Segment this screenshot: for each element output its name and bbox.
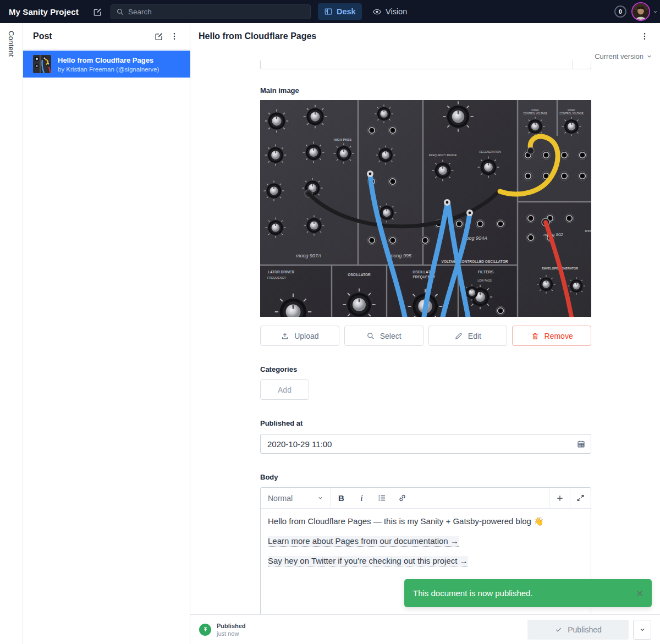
- tab-desk-label: Desk: [337, 7, 356, 16]
- body-link-documentation[interactable]: Learn more about Pages from our document…: [268, 536, 459, 547]
- toast-message: This document is now published.: [413, 588, 628, 598]
- check-icon: [554, 625, 563, 634]
- italic-label: i: [360, 493, 362, 503]
- document-header: Hello from Cloudflare Pages: [190, 23, 660, 49]
- italic-button[interactable]: i: [351, 488, 372, 508]
- image-button-row: Upload Select Edit: [260, 326, 591, 346]
- upload-icon: [280, 332, 289, 340]
- pane-title: Post: [33, 31, 151, 41]
- publish-status-title: Published: [217, 623, 246, 629]
- calendar-button[interactable]: [571, 434, 591, 453]
- publish-status-time: just now: [217, 630, 246, 637]
- compose-icon: [154, 31, 164, 41]
- avatar-chevron-icon: [653, 9, 658, 14]
- slug-generate-divider: [573, 60, 573, 69]
- plus-icon: [556, 494, 564, 503]
- close-icon: [635, 588, 645, 598]
- top-bar: My Sanity Project: [0, 0, 660, 23]
- remove-button[interactable]: Remove: [512, 326, 591, 346]
- insert-block-button[interactable]: [549, 488, 570, 508]
- eye-icon: [372, 7, 382, 16]
- published-at-label: Published at: [260, 419, 302, 427]
- body-editor: Normal B i: [260, 487, 591, 635]
- chevron-down-icon: [646, 53, 652, 59]
- toast-close-button[interactable]: [628, 579, 652, 607]
- presence-badge[interactable]: 0: [614, 5, 626, 18]
- post-item-text: Hello from Cloudflare Pages by Kristian …: [58, 56, 159, 73]
- list-item-post[interactable]: Hello from Cloudflare Pages by Kristian …: [23, 51, 190, 78]
- link-icon: [398, 493, 407, 503]
- project-title: My Sanity Project: [9, 7, 79, 16]
- tab-desk[interactable]: Desk: [318, 3, 362, 20]
- publish-button-label: Published: [568, 625, 602, 634]
- post-list-pane: Post: [23, 23, 190, 644]
- bullet-list-icon: [377, 493, 387, 503]
- calendar-icon: [576, 439, 586, 449]
- toolbar-spacer: [413, 488, 549, 508]
- sanity-studio: My Sanity Project: [0, 0, 660, 644]
- main-image-preview[interactable]: HIGH PASS FREQUENCY RANGE REGENERATION F…: [260, 100, 591, 317]
- pane-menu-button[interactable]: [167, 29, 182, 44]
- published-at-input[interactable]: [267, 439, 571, 449]
- publish-status-icon: [199, 624, 211, 636]
- select-button[interactable]: Select: [344, 326, 424, 346]
- upload-button[interactable]: Upload: [260, 326, 339, 346]
- document-pane: Hello from Cloudflare Pages Current vers…: [190, 23, 660, 644]
- compose-icon: [92, 7, 103, 17]
- tab-vision-label: Vision: [386, 7, 407, 16]
- kebab-icon: [640, 32, 649, 41]
- publish-menu-button[interactable]: [633, 620, 651, 640]
- tab-vision[interactable]: Vision: [366, 3, 413, 20]
- published-at-field: [260, 434, 591, 454]
- upload-label: Upload: [294, 332, 318, 340]
- add-label: Add: [278, 386, 292, 394]
- editor-toolbar: Normal B i: [261, 488, 591, 509]
- search-input[interactable]: [128, 8, 310, 16]
- avatar[interactable]: [631, 2, 650, 21]
- new-document-button[interactable]: [91, 4, 105, 19]
- create-post-button[interactable]: [151, 29, 167, 44]
- body-paragraph: Hello from Cloudflare Pages — this is my…: [268, 515, 584, 527]
- publish-button[interactable]: Published: [527, 620, 629, 640]
- categories-label: Categories: [260, 365, 297, 373]
- body-label: Body: [260, 473, 278, 481]
- style-select-value: Normal: [268, 494, 293, 503]
- edit-label: Edit: [468, 332, 481, 340]
- expand-editor-button[interactable]: [570, 488, 591, 508]
- chevron-down-icon: [317, 495, 323, 501]
- bullet-list-button[interactable]: [372, 488, 392, 508]
- kebab-icon: [170, 32, 179, 41]
- post-item-title: Hello from Cloudflare Pages: [58, 56, 159, 64]
- style-select[interactable]: Normal: [261, 488, 331, 508]
- sidebar-content-rail[interactable]: Content: [0, 23, 23, 644]
- search-icon: [366, 332, 375, 340]
- trash-icon: [531, 332, 540, 340]
- document-footer: Published just now Published: [190, 614, 660, 644]
- publish-status-text: Published just now: [217, 623, 246, 637]
- document-title: Hello from Cloudflare Pages: [199, 31, 637, 41]
- remove-label: Remove: [544, 332, 573, 340]
- expand-icon: [576, 494, 585, 502]
- slug-field-partial[interactable]: [260, 60, 591, 69]
- add-category-button[interactable]: Add: [260, 379, 309, 400]
- chevron-down-icon: [639, 626, 646, 633]
- post-item-subtitle: by Kristian Freeman (@signalnerve): [58, 66, 159, 73]
- search-icon: [111, 8, 124, 16]
- link-button[interactable]: [392, 488, 413, 508]
- desk-icon: [324, 7, 333, 16]
- global-search: [111, 4, 311, 19]
- version-select[interactable]: Current version: [595, 49, 652, 63]
- bold-button[interactable]: B: [331, 488, 351, 508]
- pencil-icon: [454, 332, 463, 340]
- main-image-label: Main image: [260, 86, 299, 95]
- document-menu-button[interactable]: [637, 29, 652, 44]
- editor-content[interactable]: Hello from Cloudflare Pages — this is my…: [261, 509, 591, 581]
- publish-toast: This document is now published.: [404, 579, 652, 607]
- bold-label: B: [338, 493, 344, 503]
- content-rail-label: Content: [7, 31, 15, 57]
- post-thumbnail: [33, 55, 51, 73]
- select-label: Select: [380, 332, 402, 340]
- edit-button[interactable]: Edit: [428, 326, 508, 346]
- body-link-twitter[interactable]: Say hey on Twitter if you're checking ou…: [268, 556, 468, 566]
- post-list-header: Post: [23, 23, 190, 49]
